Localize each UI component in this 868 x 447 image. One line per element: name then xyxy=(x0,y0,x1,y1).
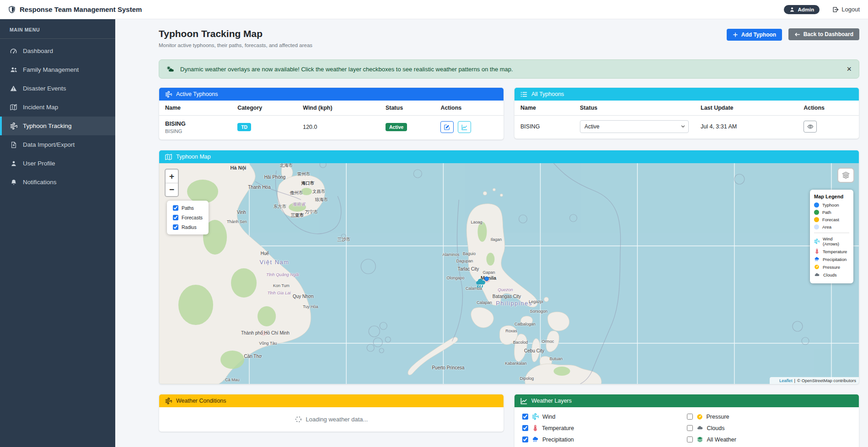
temperature-layer-toggle[interactable]: Temperature xyxy=(522,425,687,431)
chart-button[interactable] xyxy=(458,121,471,133)
table-row: BISING BISING TD 120.0 Active xyxy=(159,116,504,140)
col-header: Status xyxy=(380,101,434,116)
cloud-icon xyxy=(814,272,820,278)
zoom-out-button[interactable]: − xyxy=(166,183,178,196)
forecasts-checkbox[interactable] xyxy=(173,215,178,220)
legend-item-typhoon: Typhoon xyxy=(814,202,849,208)
col-header: Status xyxy=(574,101,695,116)
top-navbar: Response Team Management System Admin Lo… xyxy=(0,0,868,19)
map-overlay-toggles: Paths Forecasts Radius xyxy=(167,201,209,234)
col-header: Name xyxy=(159,101,231,116)
all-weather-layer-checkbox[interactable] xyxy=(687,436,693,442)
legend-item-precipitation: Precipitation xyxy=(814,256,849,262)
loading-text: Loading weather data... xyxy=(306,416,368,423)
precipitation-layer-toggle[interactable]: Precipitation xyxy=(522,436,687,443)
wind-speed: 120.0 xyxy=(303,124,317,130)
map-attribution: Leaflet | © OpenStreetMap contributors xyxy=(770,377,859,384)
wind-layer-toggle[interactable]: Wind xyxy=(522,413,687,420)
sidebar-item-dashboard[interactable]: Dashboard xyxy=(0,42,115,60)
map-icon xyxy=(165,154,172,160)
all-weather-layer-toggle[interactable]: All Weather xyxy=(687,436,852,443)
col-header: Wind (kph) xyxy=(297,101,380,116)
logout-button[interactable]: Logout xyxy=(832,6,860,13)
wind-icon xyxy=(814,239,820,244)
map-canvas[interactable]: Hà NộiHải PhòngThanh HóaVinhThành SenHuế… xyxy=(159,163,859,384)
precipitation-layer-checkbox[interactable] xyxy=(522,436,528,442)
sidebar-item-user-profile[interactable]: User Profile xyxy=(0,154,115,173)
osm-attribution: © OpenStreetMap contributors xyxy=(797,378,856,383)
main-content: Typhoon Tracking Map Monitor active typh… xyxy=(115,19,868,447)
wind-icon xyxy=(165,91,172,98)
file-import-icon xyxy=(10,142,17,148)
category-badge: TD xyxy=(237,123,251,131)
clouds-layer-toggle[interactable]: Clouds xyxy=(687,425,852,431)
admin-badge[interactable]: Admin xyxy=(784,5,820,14)
typhoon-name: BISING xyxy=(165,120,225,127)
weather-layers-card: Weather Layers Wind Temperature Precipit… xyxy=(514,394,859,447)
sidebar-item-data-import-export[interactable]: Data Import/Export xyxy=(0,135,115,154)
view-button[interactable] xyxy=(804,121,817,133)
all-typhoons-card: All Typhoons Name Status Last Update Act… xyxy=(514,87,859,139)
close-icon[interactable]: × xyxy=(847,65,852,73)
status-select[interactable]: Active xyxy=(580,120,689,133)
alert-message: Dynamic weather overlays are now availab… xyxy=(180,66,513,73)
warning-triangle-icon xyxy=(10,85,17,92)
card-title: Active Typhoons xyxy=(176,91,218,97)
thermometer-icon xyxy=(814,249,820,254)
last-update: Jul 4, 3:31 AM xyxy=(701,123,737,130)
sidebar-item-typhoon-tracking[interactable]: Typhoon Tracking xyxy=(0,117,115,135)
spinner-icon xyxy=(295,416,302,423)
paths-checkbox[interactable] xyxy=(173,205,178,211)
col-header: Actions xyxy=(434,101,504,116)
gauge-icon xyxy=(814,264,820,270)
app-brand: Response Team Management System xyxy=(8,5,142,13)
legend-item-clouds: Clouds xyxy=(814,272,849,278)
thermometer-icon xyxy=(532,425,538,431)
paths-toggle[interactable]: Paths xyxy=(173,205,203,211)
rain-cloud-marker[interactable] xyxy=(475,277,487,289)
sidebar-item-disaster-events[interactable]: Disaster Events xyxy=(0,79,115,98)
table-row: BISING Active Jul 4, 3:31 AM xyxy=(514,116,859,139)
legend-item-pressure: Pressure xyxy=(814,264,849,270)
sidebar: MAIN MENU Dashboard Family Management Di… xyxy=(0,19,115,447)
leaflet-link[interactable]: Leaflet xyxy=(779,378,793,383)
cloud-rain-icon xyxy=(814,256,820,262)
logout-icon xyxy=(832,6,839,13)
layers-icon xyxy=(697,436,703,443)
pressure-layer-toggle[interactable]: Pressure xyxy=(687,413,852,420)
pressure-layer-checkbox[interactable] xyxy=(687,414,693,420)
wind-layer-checkbox[interactable] xyxy=(522,414,528,420)
weather-conditions-card: Weather Conditions Loading weather data.… xyxy=(159,394,504,432)
add-typhoon-button[interactable]: Add Typhoon xyxy=(727,29,782,41)
card-title: Typhoon Map xyxy=(176,154,211,160)
map-marker-icon xyxy=(10,104,17,111)
sidebar-item-incident-map[interactable]: Incident Map xyxy=(0,98,115,117)
status-badge: Active xyxy=(386,123,407,131)
sidebar-item-family-management[interactable]: Family Management xyxy=(0,60,115,79)
clouds-layer-checkbox[interactable] xyxy=(687,425,693,431)
card-title: All Typhoons xyxy=(531,91,564,97)
wind-icon xyxy=(532,413,539,420)
path-dot xyxy=(814,210,819,215)
col-header: Actions xyxy=(798,101,859,116)
radius-checkbox[interactable] xyxy=(173,224,178,230)
forecast-dot xyxy=(814,217,819,222)
map-legend: Map Legend Typhoon Path Forecast Area Wi… xyxy=(810,190,853,283)
back-to-dashboard-button[interactable]: Back to Dashboard xyxy=(788,28,859,40)
app-title: Response Team Management System xyxy=(20,5,142,13)
typhoon-subname: BISING xyxy=(165,128,225,134)
legend-item-path: Path xyxy=(814,210,849,215)
ukraine-flag-icon xyxy=(772,379,777,383)
forecasts-toggle[interactable]: Forecasts xyxy=(173,215,203,220)
card-title: Weather Layers xyxy=(531,398,572,404)
edit-button[interactable] xyxy=(440,121,454,133)
sidebar-item-notifications[interactable]: Notifications xyxy=(0,173,115,192)
cloud-gear-icon xyxy=(166,66,174,73)
wind-icon xyxy=(10,122,17,130)
radius-toggle[interactable]: Radius xyxy=(173,224,203,230)
map-terrain xyxy=(159,163,859,384)
layers-control-button[interactable] xyxy=(837,168,854,183)
temperature-layer-checkbox[interactable] xyxy=(522,425,528,431)
zoom-in-button[interactable]: + xyxy=(166,170,178,183)
cloud-icon xyxy=(697,425,703,431)
